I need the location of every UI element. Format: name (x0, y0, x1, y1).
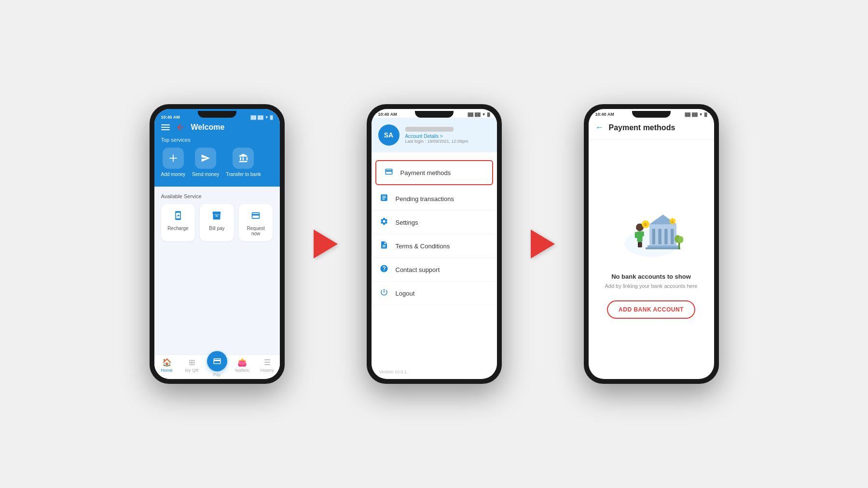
nav-wallets[interactable]: 👛 Wallets (230, 358, 255, 377)
avatar-initials: SA (384, 131, 393, 139)
back-arrow-icon (175, 122, 186, 132)
nav-history[interactable]: ☰ History (255, 358, 280, 377)
phone-screen-2: 10:40 AM ▓▓ ▓▓ ▼ ▓ SA Account Details > … (367, 104, 502, 384)
home-body: Available Service Recharge Bill pay (154, 187, 280, 354)
back-button[interactable]: ← (595, 122, 604, 133)
bill-pay-label: Bill pay (209, 226, 224, 231)
payment-body: $ $ No bank accounts to show Add by link… (589, 140, 714, 379)
request-now-label: Request now (243, 226, 269, 236)
menu-list: Payment methods Pending transactions Set… (372, 155, 497, 365)
phone-notch-2 (415, 111, 454, 118)
add-bank-account-button[interactable]: ADD BANK ACCOUNT (607, 300, 695, 319)
menu-item-contact-support[interactable]: Contact support (372, 258, 497, 282)
phone-screen-1: 10:40 AM ▓▓ ▓▓ ▼ ▓ Welcome (150, 104, 285, 384)
svg-point-25 (678, 236, 683, 243)
payment-methods-title: Payment methods (609, 123, 675, 132)
request-now-service[interactable]: Request now (239, 204, 273, 241)
qr-nav-icon: ⊞ (189, 358, 195, 367)
svg-rect-12 (637, 231, 642, 242)
recharge-label: Recharge (167, 226, 188, 231)
header-row: Welcome (161, 122, 273, 132)
phone-screen-3: 10:40 AM ▓▓ ▓▓ ▼ ▓ ← Payment methods (584, 104, 719, 384)
pending-transactions-label: Pending transactions (396, 195, 454, 203)
status-time-3: 10:40 AM (595, 112, 614, 117)
svg-rect-14 (642, 231, 644, 236)
menu-item-settings[interactable]: Settings (372, 211, 497, 234)
bottom-nav: 🏠 Home ⊞ My QR Pay 👛 Wallets ☰ History (154, 354, 280, 379)
nav-my-qr[interactable]: ⊞ My QR (179, 358, 205, 377)
bill-pay-icon (212, 211, 221, 223)
status-time-2: 10:40 AM (378, 112, 397, 117)
menu-account-section: SA Account Details > Last login : 19/09/… (372, 118, 497, 152)
svg-rect-7 (664, 229, 667, 244)
menu-item-payment-methods[interactable]: Payment methods (375, 160, 493, 185)
svg-rect-10 (646, 247, 680, 249)
wallets-nav-icon: 👛 (237, 358, 247, 367)
svg-rect-5 (652, 229, 655, 244)
contact-support-icon (379, 264, 389, 275)
add-money-icon (163, 148, 184, 169)
contact-support-label: Contact support (396, 266, 440, 273)
bank-illustration: $ $ (613, 201, 690, 263)
recharge-icon (173, 211, 183, 223)
recharge-service[interactable]: Recharge (161, 204, 195, 241)
settings-label: Settings (396, 219, 418, 226)
service-grid: Recharge Bill pay Request now (161, 204, 273, 241)
phone-notch-1 (198, 111, 236, 118)
payment-methods-icon (384, 167, 394, 178)
request-now-icon (251, 211, 261, 223)
add-money-label: Add money (161, 172, 186, 177)
send-money-label: Send money (192, 172, 219, 177)
svg-rect-6 (658, 229, 661, 244)
nav-wallets-label: Wallets (235, 368, 249, 373)
no-bank-accounts-title: No bank accounts to show (611, 273, 691, 280)
transfer-bank-icon (233, 148, 254, 169)
account-name-blurred (405, 127, 454, 132)
available-service-label: Available Service (161, 193, 273, 199)
top-services-label: Top services (161, 137, 273, 143)
account-details-link[interactable]: Account Details > (405, 134, 490, 139)
arrow-2 (531, 230, 555, 258)
svg-rect-13 (634, 232, 637, 238)
nav-pay-label: Pay (213, 372, 221, 377)
quick-action-send-money[interactable]: Send money (192, 148, 219, 177)
payment-methods-header: ← Payment methods (589, 118, 714, 140)
red-arrow-icon-2 (531, 230, 555, 258)
menu-item-logout[interactable]: Logout (372, 282, 497, 305)
status-time-1: 10:40 AM (161, 115, 180, 120)
last-login-text: Last login : 19/09/2021, 12:09pm (405, 139, 490, 144)
red-arrow-icon-1 (314, 230, 338, 258)
svg-rect-16 (639, 242, 642, 247)
history-nav-icon: ☰ (264, 358, 271, 367)
nav-history-label: History (260, 368, 274, 373)
payment-methods-label: Payment methods (400, 169, 451, 176)
pay-center-btn[interactable] (207, 351, 227, 371)
nav-qr-label: My QR (185, 368, 199, 373)
quick-action-transfer-bank[interactable]: Transfer to bank (226, 148, 261, 177)
send-money-icon (195, 148, 216, 169)
status-icons-3: ▓▓ ▓▓ ▼ ▓ (685, 112, 707, 117)
bill-pay-service[interactable]: Bill pay (200, 204, 234, 241)
menu-item-terms-conditions[interactable]: Terms & Conditions (372, 234, 497, 258)
menu-version: Version 10.0.1 (372, 365, 497, 379)
welcome-title: Welcome (191, 123, 225, 132)
logout-label: Logout (396, 290, 415, 297)
home-nav-icon: 🏠 (162, 358, 172, 367)
phone-notch-3 (632, 111, 671, 118)
menu-item-pending-transactions[interactable]: Pending transactions (372, 187, 497, 211)
nav-home[interactable]: 🏠 Home (154, 358, 179, 377)
terms-conditions-icon (379, 241, 389, 251)
logout-icon (379, 288, 389, 298)
no-bank-accounts-subtitle: Add by linking your bank accounts here (605, 283, 697, 289)
avatar: SA (378, 124, 400, 146)
home-header: 10:40 AM ▓▓ ▓▓ ▼ ▓ Welcome (154, 109, 280, 187)
terms-conditions-label: Terms & Conditions (396, 243, 450, 250)
pending-transactions-icon (379, 193, 389, 204)
transfer-bank-label: Transfer to bank (226, 172, 261, 177)
arrow-1 (314, 230, 338, 258)
svg-rect-9 (648, 245, 678, 247)
hamburger-icon[interactable] (161, 124, 170, 130)
nav-pay[interactable]: Pay (205, 358, 230, 377)
svg-rect-1 (169, 158, 177, 159)
quick-action-add-money[interactable]: Add money (161, 148, 186, 177)
